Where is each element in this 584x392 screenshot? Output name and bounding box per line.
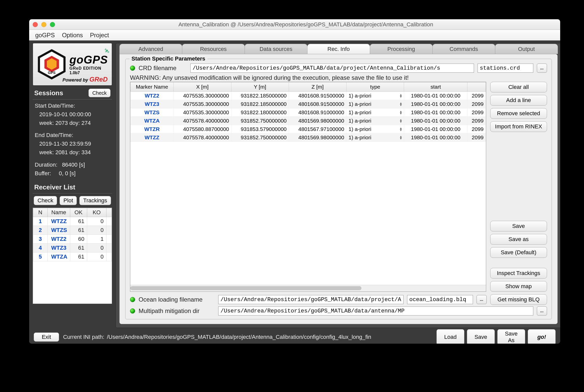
cell-y[interactable]: 931822.185000000 (231, 100, 289, 108)
tab-processing[interactable]: Processing (370, 44, 433, 54)
chevron-up-down-icon[interactable]: ▲▼ (399, 119, 402, 123)
receiver-check-button[interactable]: Check (34, 196, 57, 205)
ocean-browse-button[interactable]: ... (477, 295, 487, 304)
receiver-plot-button[interactable]: Plot (60, 196, 77, 205)
cell-end[interactable]: 2099 (467, 108, 486, 117)
chevron-up-down-icon[interactable]: ▲▼ (399, 127, 402, 131)
go-button[interactable]: go! (528, 329, 556, 344)
table-row[interactable]: WTZ24075535.30000000931822.1850000004801… (130, 92, 486, 100)
crd-hscrollbar[interactable] (130, 285, 486, 291)
cell-z[interactable]: 4801608.91500000 (289, 100, 346, 108)
col-x[interactable]: X [m] (174, 82, 231, 92)
footer-save-as-button[interactable]: Save As (497, 329, 525, 344)
menu-gogps[interactable]: goGPS (35, 32, 55, 39)
crd-table[interactable]: Marker Name X [m] Y [m] Z [m] type start… (130, 82, 486, 142)
ocean-path-field[interactable]: /Users/Andrea/Repositories/goGPS_MATLAB/… (218, 295, 404, 304)
cell-x[interactable]: 4075580.88700000 (174, 125, 231, 133)
crd-file-field[interactable]: stations.crd (478, 64, 533, 73)
cell-x[interactable]: 4075535.30000000 (174, 108, 231, 117)
cell-x[interactable]: 4075535.30000000 (174, 100, 231, 108)
cell-start[interactable]: 1980-01-01 00:00:00 (404, 100, 467, 108)
crd-save-default-button[interactable]: Save (Default) (490, 247, 547, 258)
col-n[interactable]: N (33, 208, 48, 217)
cell-y[interactable]: 931852.750000000 (231, 117, 289, 125)
cell-end[interactable]: 2099 (467, 125, 486, 133)
ocean-file-field[interactable]: ocean_loading.blq (407, 295, 473, 304)
col-z[interactable]: Z [m] (289, 82, 346, 92)
exit-button[interactable]: Exit (34, 332, 59, 342)
cell-type[interactable]: 1) a-priori▲▼ (346, 117, 404, 125)
cell-end[interactable]: 2099 (467, 100, 486, 108)
crd-path-field[interactable]: /Users/Andrea/Repositories/goGPS_MATLAB/… (190, 64, 474, 73)
cell-type[interactable]: 1) a-priori▲▼ (346, 108, 404, 117)
col-ko[interactable]: KO (87, 208, 106, 217)
cell-x[interactable]: 4075535.30000000 (174, 92, 231, 100)
table-row[interactable]: WTZS4075535.30000000931822.1800000004801… (130, 108, 486, 117)
minimize-icon[interactable] (41, 22, 46, 27)
cell-type[interactable]: 1) a-priori▲▼ (346, 100, 404, 108)
cell-start[interactable]: 1980-01-01 00:00:00 (404, 133, 467, 142)
cell-z[interactable]: 4801608.91000000 (289, 108, 346, 117)
zoom-icon[interactable] (50, 22, 55, 27)
cell-start[interactable]: 1980-01-01 00:00:00 (404, 92, 467, 100)
footer-load-button[interactable]: Load (436, 329, 464, 344)
crd-browse-button[interactable]: ... (537, 64, 547, 73)
chevron-up-down-icon[interactable]: ▲▼ (399, 110, 402, 114)
col-type[interactable]: type (346, 82, 404, 92)
receiver-trackings-button[interactable]: Trackings (79, 196, 111, 205)
import-rinex-button[interactable]: Import from RINEX (490, 121, 547, 132)
table-row[interactable]: 1WTZZ610 (33, 217, 112, 226)
cell-end[interactable]: 2099 (467, 117, 486, 125)
show-map-button[interactable]: Show map (490, 281, 547, 292)
col-marker[interactable]: Marker Name (130, 82, 173, 92)
crd-save-button[interactable]: Save (490, 221, 547, 231)
tab-output[interactable]: Output (495, 44, 558, 54)
table-row[interactable]: WTZR4075580.88700000931853.5790000004801… (130, 125, 486, 133)
cell-z[interactable]: 4801567.97100000 (289, 125, 346, 133)
remove-selected-button[interactable]: Remove selected (490, 108, 547, 119)
col-y[interactable]: Y [m] (231, 82, 289, 92)
cell-z[interactable]: 4801569.98000000 (289, 117, 346, 125)
col-start[interactable]: start (404, 82, 467, 92)
receiver-table[interactable]: N Name OK KO 1WTZZ6102WTZS6103WTZ26014WT… (33, 208, 112, 261)
get-missing-blq-button[interactable]: Get missing BLQ (490, 294, 547, 305)
add-line-button[interactable]: Add a line (490, 95, 547, 106)
table-row[interactable]: 5WTZA610 (33, 252, 112, 261)
menu-options[interactable]: Options (62, 32, 83, 39)
cell-start[interactable]: 1980-01-01 00:00:00 (404, 108, 467, 117)
cell-z[interactable]: 4801608.91500000 (289, 92, 346, 100)
cell-type[interactable]: 1) a-priori▲▼ (346, 125, 404, 133)
close-icon[interactable] (33, 22, 38, 27)
cell-x[interactable]: 4075578.40000000 (174, 117, 231, 125)
tab-advanced[interactable]: Advanced (119, 44, 182, 54)
cell-x[interactable]: 4075578.40000000 (174, 133, 231, 142)
cell-y[interactable]: 931852.750000000 (231, 133, 289, 142)
inspect-trackings-button[interactable]: Inspect Trackings (490, 268, 547, 279)
chevron-up-down-icon[interactable]: ▲▼ (399, 94, 402, 98)
cell-start[interactable]: 1980-01-01 00:00:00 (404, 125, 467, 133)
table-row[interactable]: 2WTZS610 (33, 226, 112, 234)
tab-data-sources[interactable]: Data sources (245, 44, 307, 54)
table-row[interactable]: WTZZ4075578.40000000931852.7500000004801… (130, 133, 486, 142)
crd-save-as-button[interactable]: Save as (490, 234, 547, 245)
mp-browse-button[interactable]: ... (537, 306, 547, 316)
cell-type[interactable]: 1) a-priori▲▼ (346, 133, 404, 142)
cell-y[interactable]: 931853.579000000 (231, 125, 289, 133)
clear-all-button[interactable]: Clear all (490, 82, 547, 92)
table-row[interactable]: 3WTZ2601 (33, 234, 112, 243)
table-row[interactable]: WTZA4075578.40000000931852.7500000004801… (130, 117, 486, 125)
cell-type[interactable]: 1) a-priori▲▼ (346, 92, 404, 100)
table-row[interactable]: 4WTZ3610 (33, 243, 112, 252)
cell-y[interactable]: 931822.185000000 (231, 92, 289, 100)
chevron-up-down-icon[interactable]: ▲▼ (399, 135, 402, 140)
footer-save-button[interactable]: Save (467, 329, 495, 344)
table-row[interactable]: WTZ34075535.30000000931822.1850000004801… (130, 100, 486, 108)
mp-path-field[interactable]: /Users/Andrea/Repositories/goGPS_MATLAB/… (218, 306, 533, 316)
col-name[interactable]: Name (47, 208, 70, 217)
tab-rec-info[interactable]: Rec. Info (307, 44, 370, 54)
cell-start[interactable]: 1980-01-01 00:00:00 (404, 117, 467, 125)
cell-z[interactable]: 4801569.98000000 (289, 133, 346, 142)
col-end[interactable] (467, 82, 486, 92)
tab-commands[interactable]: Commands (432, 44, 495, 54)
cell-end[interactable]: 2099 (467, 92, 486, 100)
